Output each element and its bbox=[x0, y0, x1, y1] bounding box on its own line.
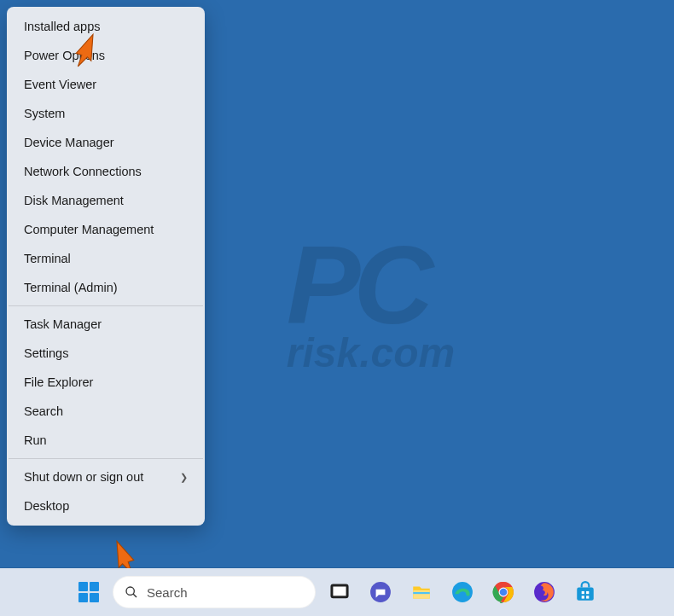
menu-label: File Explorer bbox=[24, 375, 93, 389]
menu-label: Shut down or sign out bbox=[24, 470, 143, 484]
menu-label: Search bbox=[24, 404, 63, 418]
firefox-button[interactable] bbox=[527, 575, 561, 609]
menu-separator bbox=[9, 458, 203, 459]
svg-line-1 bbox=[133, 594, 137, 597]
menu-label: Disk Management bbox=[24, 194, 124, 207]
firefox-icon bbox=[533, 581, 555, 603]
svg-rect-6 bbox=[413, 590, 430, 599]
task-view-button[interactable] bbox=[322, 575, 357, 609]
watermark: PC risk.com bbox=[287, 241, 455, 376]
start-button[interactable] bbox=[72, 575, 106, 609]
menu-item-file-explorer[interactable]: File Explorer bbox=[7, 368, 205, 397]
menu-item-system[interactable]: System bbox=[7, 99, 205, 128]
menu-label: Task Manager bbox=[24, 317, 102, 331]
menu-item-run[interactable]: Run bbox=[7, 426, 205, 455]
task-view-icon bbox=[328, 581, 351, 603]
svg-rect-13 bbox=[577, 588, 594, 601]
search-icon bbox=[125, 585, 138, 599]
svg-point-0 bbox=[126, 587, 134, 595]
menu-item-search[interactable]: Search bbox=[7, 397, 205, 426]
menu-label: Power Options bbox=[24, 49, 105, 62]
search-placeholder: Search bbox=[147, 585, 188, 600]
chrome-icon bbox=[492, 581, 514, 603]
menu-label: Computer Management bbox=[24, 223, 154, 236]
store-icon bbox=[574, 581, 596, 603]
menu-item-terminal-admin[interactable]: Terminal (Admin) bbox=[7, 273, 205, 302]
chrome-button[interactable] bbox=[486, 575, 520, 609]
chevron-right-icon: ❯ bbox=[180, 472, 188, 483]
svg-point-11 bbox=[500, 589, 508, 596]
svg-rect-17 bbox=[586, 596, 589, 598]
chat-button[interactable] bbox=[363, 575, 398, 609]
edge-button[interactable] bbox=[445, 575, 479, 609]
file-explorer-button[interactable] bbox=[404, 575, 439, 609]
menu-item-shutdown[interactable]: Shut down or sign out ❯ bbox=[7, 462, 205, 491]
file-explorer-icon bbox=[410, 581, 433, 603]
menu-label: Settings bbox=[24, 346, 68, 360]
menu-item-disk-management[interactable]: Disk Management bbox=[7, 186, 205, 215]
menu-label: Installed apps bbox=[24, 20, 100, 33]
menu-separator bbox=[9, 305, 203, 306]
winx-context-menu: Installed apps Power Options Event Viewe… bbox=[7, 7, 205, 526]
menu-label: Device Manager bbox=[24, 136, 114, 149]
menu-label: Terminal (Admin) bbox=[24, 281, 118, 294]
menu-label: Terminal bbox=[24, 252, 71, 265]
menu-label: Desktop bbox=[24, 499, 69, 513]
svg-point-8 bbox=[452, 582, 473, 602]
menu-label: Network Connections bbox=[24, 165, 142, 178]
menu-item-settings[interactable]: Settings bbox=[7, 339, 205, 368]
watermark-text: risk.com bbox=[287, 330, 455, 375]
menu-item-event-viewer[interactable]: Event Viewer bbox=[7, 70, 205, 99]
menu-item-task-manager[interactable]: Task Manager bbox=[7, 310, 205, 339]
watermark-logo: PC bbox=[287, 241, 455, 329]
windows-logo-icon bbox=[78, 582, 99, 602]
menu-item-installed-apps[interactable]: Installed apps bbox=[7, 12, 205, 41]
taskbar: Search bbox=[0, 568, 674, 616]
menu-label: Event Viewer bbox=[24, 78, 96, 91]
svg-rect-15 bbox=[586, 591, 589, 594]
menu-item-computer-management[interactable]: Computer Management bbox=[7, 215, 205, 244]
taskbar-search[interactable]: Search bbox=[113, 576, 316, 608]
menu-label: System bbox=[24, 107, 65, 120]
svg-rect-7 bbox=[413, 592, 430, 594]
menu-item-network-connections[interactable]: Network Connections bbox=[7, 157, 205, 186]
chat-icon bbox=[369, 581, 392, 603]
edge-icon bbox=[451, 581, 474, 603]
menu-item-desktop[interactable]: Desktop bbox=[7, 491, 205, 520]
menu-item-terminal[interactable]: Terminal bbox=[7, 244, 205, 273]
svg-rect-4 bbox=[333, 587, 346, 596]
menu-item-device-manager[interactable]: Device Manager bbox=[7, 128, 205, 157]
store-button[interactable] bbox=[568, 575, 602, 609]
svg-rect-14 bbox=[582, 591, 584, 594]
menu-label: Run bbox=[24, 433, 47, 447]
svg-rect-16 bbox=[582, 596, 584, 598]
menu-item-power-options[interactable]: Power Options bbox=[7, 41, 205, 70]
